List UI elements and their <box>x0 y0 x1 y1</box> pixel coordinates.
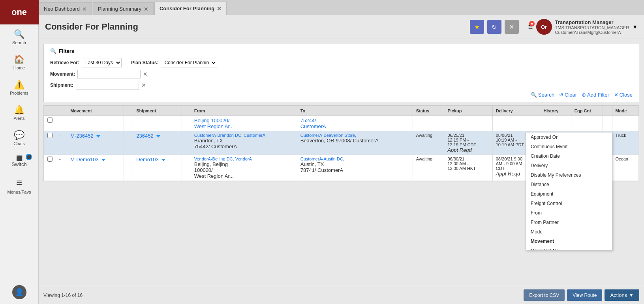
col-shipment[interactable]: Shipment <box>133 106 182 116</box>
tab-consider-planning-close[interactable]: ✕ <box>217 6 222 12</box>
tab-neo-dashboard-label: Neo Dashboard <box>44 6 80 12</box>
cell-status <box>413 116 444 131</box>
cell-mode <box>612 116 638 131</box>
dropdown-item-movement[interactable]: Movement <box>526 237 612 246</box>
page-header: Consider For Planning ★ ↻ ✕ ≡ ★ Or Trans… <box>39 15 644 39</box>
sidebar-item-home[interactable]: 🏠 Home <box>0 50 38 75</box>
header-user: ≡ ★ Or Transportation Manager TMS.TRANSP… <box>528 19 638 35</box>
shipment-clear[interactable]: ✕ <box>141 82 146 88</box>
tab-neo-dashboard[interactable]: Neo Dashboard ✕ <box>39 2 92 15</box>
col-to[interactable]: To <box>297 106 413 116</box>
dropdown-item-disable-prefs[interactable]: Disable My Preferences <box>526 170 612 180</box>
sidebar-item-problems[interactable]: ⚠️ Problems <box>0 75 38 100</box>
cell-movement[interactable]: M-236452 <box>67 131 124 155</box>
user-avatar: Or <box>536 19 552 35</box>
dropdown-item-continuous-mvmt[interactable]: Continuous Mvmt <box>526 142 612 151</box>
col-arrow1 <box>124 106 133 116</box>
sidebar-item-search[interactable]: 🔍 Search <box>0 24 38 50</box>
header-actions: ★ ↻ ✕ ≡ ★ Or Transportation Manager TMS.… <box>470 19 638 35</box>
col-pickup[interactable]: Pickup <box>444 106 492 116</box>
shipment-link[interactable]: 236452 <box>136 133 153 139</box>
retrieve-for-select[interactable]: Last 30 Days Last 7 Days Last 60 Days Al… <box>82 58 122 67</box>
view-route-button[interactable]: View Route <box>567 289 602 301</box>
add-filter-link[interactable]: ⊕ Add Filter <box>582 92 609 98</box>
movement-link[interactable]: M-Demo103 <box>70 157 99 162</box>
sidebar-item-chats[interactable]: 💬 Chats <box>0 125 38 151</box>
movement-triangle <box>96 135 100 138</box>
dropdown-item-from-partner[interactable]: From Partner <box>526 218 612 227</box>
cell-mode: Ocean <box>612 155 638 181</box>
col-status[interactable]: Status <box>413 106 444 116</box>
dropdown-item-distance[interactable]: Distance <box>526 180 612 189</box>
movement-link[interactable]: M-236452 <box>70 133 94 139</box>
tab-planning-summary[interactable]: Planning Summary ✕ <box>93 2 154 15</box>
dropdown-item-equipment[interactable]: Equipment <box>526 189 612 199</box>
filter-dropdown: Approved On Continuous Mvmt Creation Dat… <box>526 132 612 250</box>
cell-checkbox[interactable] <box>44 116 56 131</box>
close-button[interactable]: ✕ <box>505 20 519 34</box>
sidebar-label-alerts: Alerts <box>13 116 24 121</box>
close-filter-link[interactable]: ✕ Close <box>614 92 633 98</box>
clear-link-icon: ↺ <box>559 92 563 98</box>
tab-consider-planning[interactable]: Consider For Planning ✕ <box>154 2 227 15</box>
clear-link[interactable]: ↺ Clear <box>559 92 577 98</box>
movement-triangle <box>101 159 105 161</box>
dropdown-item-order-ref-no[interactable]: Order Ref No <box>526 246 612 250</box>
sidebar-label-search: Search <box>12 40 26 45</box>
sidebar-label-home: Home <box>13 65 25 70</box>
col-history[interactable]: History <box>540 106 571 116</box>
chat-icon: 💬 <box>14 130 24 140</box>
sidebar-item-switch[interactable]: ⬛ Switch ⬛ <box>0 151 38 172</box>
sidebar-item-user-avatar[interactable]: 👤 <box>0 280 38 304</box>
shipment-link[interactable]: Demo103 <box>136 157 158 162</box>
tab-planning-summary-close[interactable]: ✕ <box>144 6 148 12</box>
movement-clear[interactable]: ✕ <box>143 71 148 77</box>
sidebar-item-alerts[interactable]: 🔔 Alerts <box>0 100 38 125</box>
app-logo[interactable]: one <box>0 0 39 24</box>
cell-checkbox[interactable] <box>44 155 56 181</box>
sidebar-label-switch: Switch <box>11 161 26 167</box>
bottom-bar: Viewing 1-16 of 16 Export to CSV View Ro… <box>39 286 644 304</box>
col-movement[interactable]: Movement <box>67 106 124 116</box>
user-dropdown-button[interactable]: ▼ <box>632 24 638 30</box>
actions-button[interactable]: Actions ▼ <box>605 289 639 301</box>
movement-label: Movement: <box>50 71 75 77</box>
col-arrow2 <box>182 106 191 116</box>
col-eqp-cnt[interactable]: Eqp Cnt <box>571 106 603 116</box>
tab-neo-dashboard-close[interactable]: ✕ <box>82 6 87 12</box>
export-csv-button[interactable]: Export to CSV <box>524 289 565 301</box>
col-delivery[interactable]: Delivery <box>492 106 540 116</box>
user-initials: Or <box>541 24 547 30</box>
cell-triangle1 <box>124 155 133 181</box>
user-info: Transportation Manager TMS.TRANSPORTATIO… <box>555 19 629 35</box>
star-button[interactable]: ★ <box>470 20 484 34</box>
movement-field: Movement: ✕ <box>50 70 148 78</box>
movement-input[interactable] <box>77 70 141 78</box>
dropdown-item-mode[interactable]: Mode <box>526 227 612 237</box>
col-from[interactable]: From <box>191 106 297 116</box>
dropdown-item-freight-control[interactable]: Freight Control <box>526 199 612 208</box>
cell-checkbox[interactable] <box>44 131 56 155</box>
dropdown-item-delivery[interactable]: Delivery <box>526 161 612 170</box>
cell-from: Beijing 100020/West Region Ar... <box>191 116 297 131</box>
cell-movement[interactable]: M-Demo103 <box>67 155 124 181</box>
plan-status-select[interactable]: Consider For Plannin All Planned Unplann… <box>161 58 217 67</box>
sidebar-item-menus[interactable]: ≡ Menus/Favs <box>0 172 38 199</box>
col-mode[interactable]: Mode <box>612 106 638 116</box>
cell-shipment[interactable]: 236452 <box>133 131 182 155</box>
cell-movement <box>67 116 124 131</box>
cell-dash <box>56 116 67 131</box>
menu-icon-wrapper[interactable]: ≡ ★ <box>528 22 533 32</box>
shipment-input[interactable] <box>76 81 139 90</box>
tab-consider-planning-label: Consider For Planning <box>160 6 214 11</box>
dropdown-item-creation-date[interactable]: Creation Date <box>526 151 612 161</box>
dropdown-item-from[interactable]: From <box>526 208 612 218</box>
user-name: Transportation Manager <box>555 19 629 25</box>
sidebar: one 🔍 Search 🏠 Home ⚠️ Problems 🔔 Alerts… <box>0 0 39 304</box>
retrieve-for-field: Retrieve For: Last 30 Days Last 7 Days L… <box>50 58 122 67</box>
cell-shipment[interactable]: Demo103 <box>133 155 182 181</box>
search-link[interactable]: 🔍 Search <box>531 92 554 98</box>
dropdown-item-approved-on[interactable]: Approved On <box>526 132 612 142</box>
refresh-button[interactable]: ↻ <box>487 20 501 34</box>
filter-search-icon: 🔍 <box>50 48 56 54</box>
